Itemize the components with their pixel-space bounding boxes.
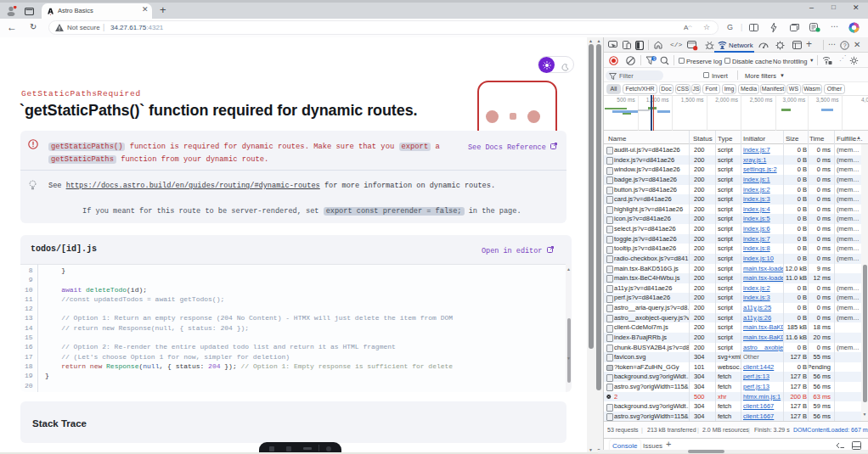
svg-text:?: ? bbox=[843, 42, 847, 48]
